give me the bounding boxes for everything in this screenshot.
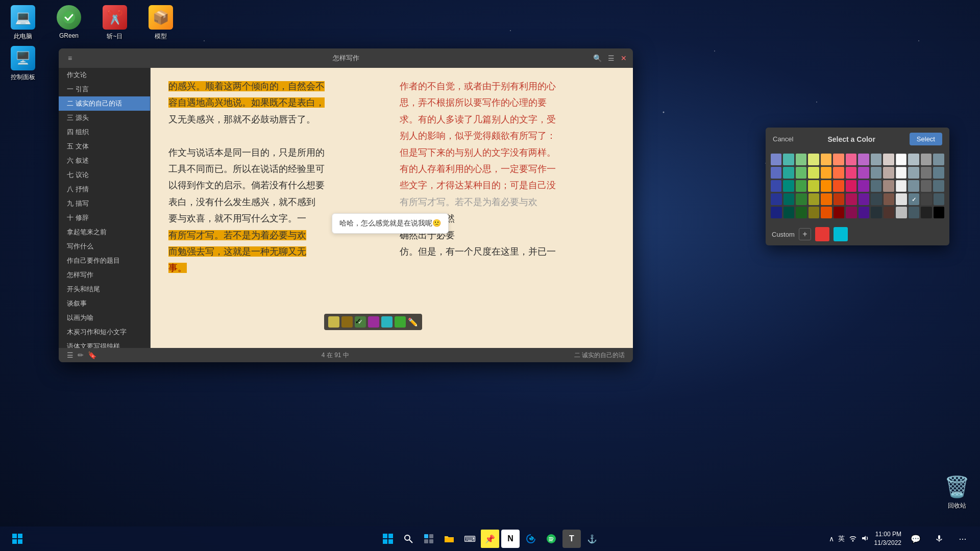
color-cell[interactable] [896, 167, 907, 179]
expand-tray-icon[interactable]: ∧ [829, 535, 834, 543]
notion-button[interactable]: N [501, 530, 520, 548]
sidebar-item-4[interactable]: 四 组织 [59, 125, 150, 139]
color-cell[interactable] [833, 154, 844, 165]
color-cell[interactable] [883, 180, 894, 192]
color-cell[interactable] [821, 167, 831, 179]
color-cell[interactable] [908, 167, 919, 179]
color-cell[interactable] [883, 167, 894, 179]
anchor-button[interactable]: ⚓ [583, 530, 601, 548]
close-button[interactable]: ✕ [621, 54, 627, 62]
start-center-button[interactable] [379, 530, 397, 548]
color-cell[interactable] [921, 167, 932, 179]
color-cell[interactable] [883, 154, 894, 165]
color-cell[interactable] [771, 167, 781, 179]
color-cell[interactable] [896, 154, 907, 165]
color-cell[interactable] [934, 207, 945, 218]
color-swatch-purple[interactable] [368, 316, 379, 328]
desktop-icon-controlpanel[interactable]: 🖥️ 控制面板 [5, 46, 41, 82]
color-cell[interactable] [859, 193, 870, 205]
color-cell[interactable] [808, 154, 819, 165]
color-picker-select-button[interactable]: Select [910, 133, 942, 145]
color-cell[interactable] [858, 154, 869, 165]
color-cell[interactable] [796, 167, 806, 179]
sidebar-item-9[interactable]: 九 描写 [59, 196, 150, 211]
color-swatch-cyan[interactable] [381, 316, 393, 328]
color-cell[interactable] [771, 207, 782, 218]
more-button[interactable]: ··· [953, 530, 972, 548]
sidebar-item-12[interactable]: 写作什么 [59, 239, 150, 254]
sidebar-item-10[interactable]: 十 修辞 [59, 211, 150, 225]
color-cell[interactable] [871, 180, 881, 192]
color-cell[interactable] [871, 167, 881, 179]
color-cell[interactable] [884, 207, 895, 218]
color-cell[interactable] [908, 154, 919, 165]
notification-button[interactable]: 💬 [906, 530, 925, 548]
desktop-icon-pc[interactable]: 💻 此电脑 [5, 5, 41, 41]
desktop-icon-model[interactable]: 📦 模型 [143, 5, 179, 41]
sidebar-item-7[interactable]: 七 议论 [59, 168, 150, 182]
sidebar-item-8[interactable]: 八 抒情 [59, 182, 150, 196]
color-cell[interactable] [808, 193, 820, 205]
sidebar-item-2[interactable]: 二 诚实的自己的话 [59, 96, 150, 111]
sidebar-item-17[interactable]: 以画为喻 [59, 311, 150, 325]
edge-button[interactable] [522, 530, 540, 548]
color-cell[interactable] [821, 180, 831, 192]
search-button[interactable]: 🔍 [593, 54, 602, 62]
color-cell[interactable] [858, 180, 869, 192]
spotify-button[interactable] [542, 530, 560, 548]
color-cell[interactable] [921, 180, 932, 192]
color-cell[interactable] [908, 180, 919, 192]
color-swatch-brown[interactable] [341, 316, 353, 328]
color-swatch-olive[interactable]: ✓ [355, 316, 366, 328]
color-cell[interactable] [871, 193, 882, 205]
mic-button[interactable] [930, 530, 948, 548]
color-swatch-green[interactable] [395, 316, 406, 328]
color-cell[interactable] [896, 193, 907, 205]
color-picker-cancel-button[interactable]: Cancel [773, 135, 793, 143]
sidebar-item-1[interactable]: 一 引言 [59, 82, 150, 96]
pencil-icon[interactable]: ✏️ [408, 317, 418, 327]
color-cell[interactable] [871, 207, 882, 218]
color-cell[interactable] [846, 207, 857, 218]
sidebar-item-15[interactable]: 开头和结尾 [59, 282, 150, 296]
color-cell[interactable] [796, 207, 807, 218]
custom-add-button[interactable]: + [799, 228, 811, 240]
color-cell[interactable] [834, 193, 845, 205]
sidebar-item-3[interactable]: 三 源头 [59, 111, 150, 125]
sidebar-item-13[interactable]: 作自己要作的题目 [59, 254, 150, 268]
keyboard-button[interactable]: ⌨ [460, 530, 479, 548]
custom-color-red[interactable] [815, 227, 829, 241]
color-cell[interactable] [933, 180, 944, 192]
color-cell[interactable] [896, 207, 907, 218]
color-cell[interactable] [833, 180, 844, 192]
sidebar-item-11[interactable]: 拿起笔来之前 [59, 225, 150, 239]
wifi-icon[interactable] [849, 534, 857, 544]
sidebar-item-5[interactable]: 五 文体 [59, 139, 150, 154]
color-cell[interactable] [846, 193, 857, 205]
typora-button[interactable]: T [562, 530, 581, 548]
edit-icon[interactable]: ✏ [78, 351, 84, 359]
color-swatch-yellow[interactable] [328, 316, 339, 328]
color-cell[interactable] [821, 154, 831, 165]
menu-button[interactable]: ☰ [608, 54, 615, 62]
color-cell[interactable] [921, 207, 932, 218]
color-cell[interactable] [783, 167, 794, 179]
color-cell[interactable] [771, 154, 781, 165]
sidebar-item-6[interactable]: 六 叙述 [59, 154, 150, 168]
search-taskbar-button[interactable] [399, 530, 418, 548]
color-cell[interactable] [884, 193, 895, 205]
color-cell[interactable] [846, 167, 856, 179]
color-cell[interactable] [934, 193, 945, 205]
color-cell[interactable] [821, 207, 832, 218]
color-cell[interactable] [834, 207, 845, 218]
color-cell[interactable] [921, 193, 932, 205]
sticky-notes-button[interactable]: 📌 [481, 530, 499, 548]
color-cell[interactable] [796, 180, 806, 192]
color-cell[interactable] [783, 207, 795, 218]
color-cell[interactable] [783, 154, 794, 165]
color-cell[interactable] [808, 167, 819, 179]
color-cell[interactable] [833, 167, 844, 179]
sidebar-item-18[interactable]: 木炭习作和短小文字 [59, 325, 150, 339]
desktop-icon-scissors[interactable]: ✂️ 斩~日 [97, 5, 133, 41]
color-cell[interactable] [846, 180, 856, 192]
